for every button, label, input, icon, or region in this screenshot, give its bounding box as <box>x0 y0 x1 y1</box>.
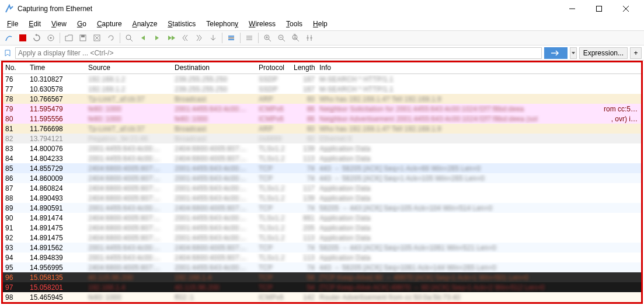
packet-row[interactable]: 7810.766567Tp-LinkT_af:cb:37BroadcastARP… <box>3 94 641 104</box>
packet-row[interactable]: 8111.766698Tp-LinkT_af:cb:37BroadcastARP… <box>3 124 641 134</box>
packet-row[interactable]: 8213.794121Pegatron_9e:21:46Broadcast0x8… <box>3 134 641 143</box>
go-back-icon[interactable] <box>137 31 149 44</box>
stop-capture-icon[interactable] <box>16 31 29 44</box>
column-time[interactable]: Time <box>27 62 86 73</box>
svg-rect-16 <box>228 39 234 40</box>
zoom-out-icon[interactable] <box>275 31 288 44</box>
packet-row[interactable]: 9114.8914752404:6800:4005:807:...2001:44… <box>3 223 641 233</box>
close-file-icon[interactable] <box>90 31 103 44</box>
open-file-icon[interactable] <box>62 31 75 44</box>
svg-line-29 <box>297 39 299 41</box>
go-forward-icon[interactable] <box>151 31 163 44</box>
packet-list-header: No. Time Source Destination Protocol Len… <box>3 62 641 74</box>
svg-rect-14 <box>228 36 234 37</box>
column-destination[interactable]: Destination <box>172 62 256 73</box>
packet-row[interactable]: 9214.8914752404:6800:4005:807:...2001:44… <box>3 233 641 243</box>
toolbar: 1 <box>0 30 644 45</box>
packet-row[interactable]: 8514.8557292404:6800:4005:807:...2001:44… <box>3 163 641 173</box>
svg-point-12 <box>126 35 131 40</box>
packet-row[interactable]: 9014.8914742404:6800:4005:807:...2001:44… <box>3 213 641 223</box>
packet-list-icon[interactable] <box>243 31 256 44</box>
svg-line-26 <box>283 39 285 41</box>
packet-row[interactable]: 8914.8905912001:4455:643:4c00:...2404:68… <box>3 203 641 213</box>
packet-row[interactable]: 9715.058201192.168.1.440.115.96.200TCP54… <box>3 282 641 292</box>
packet-row[interactable]: 9615.05813540.115.96.200192.168.1.4TCP56… <box>3 272 641 282</box>
menu-tools[interactable]: Tools <box>281 19 307 29</box>
display-filter-input[interactable] <box>15 47 542 59</box>
svg-rect-4 <box>19 34 26 41</box>
window-title: Capturing from Ethernet <box>18 5 559 13</box>
go-first-icon[interactable] <box>179 31 192 44</box>
packet-row[interactable]: 8011.595556fe80::1000fe80::1000ICMPv686N… <box>3 114 641 124</box>
packet-list-pane: No. Time Source Destination Protocol Len… <box>1 61 643 304</box>
find-packet-icon[interactable] <box>123 31 135 44</box>
menu-capture[interactable]: Capture <box>92 19 127 29</box>
svg-line-23 <box>269 39 271 41</box>
svg-rect-1 <box>597 6 602 12</box>
toolbar-separator <box>258 33 259 43</box>
menu-analyze[interactable]: Analyze <box>128 19 162 29</box>
packet-row[interactable]: 8714.8608242404:6800:4005:807:...2001:44… <box>3 183 641 193</box>
auto-scroll-icon[interactable] <box>207 31 220 44</box>
menu-edit[interactable]: Edit <box>24 19 46 29</box>
capture-options-icon[interactable] <box>44 31 57 44</box>
apply-filter-button[interactable] <box>544 47 568 59</box>
svg-line-13 <box>130 39 133 41</box>
packet-row[interactable]: 7911.595479fe80::10002001:4455:643:4c00:… <box>3 104 641 114</box>
column-no[interactable]: No. <box>3 62 27 73</box>
menu-view[interactable]: View <box>47 19 71 29</box>
resize-columns-icon[interactable] <box>303 31 316 44</box>
svg-rect-8 <box>81 35 85 37</box>
zoom-in-icon[interactable] <box>261 31 274 44</box>
packet-row[interactable]: 9314.8915622001:4455:643:4c00:...2404:68… <box>3 243 641 253</box>
packet-list[interactable]: 7610.310827192.168.1.2239.255.255.250SSD… <box>3 74 641 302</box>
go-last-icon[interactable] <box>193 31 206 44</box>
svg-text:1: 1 <box>293 34 297 40</box>
packet-row[interactable]: 7710.630578192.168.1.2239.255.255.250SSD… <box>3 84 641 94</box>
add-filter-button[interactable]: + <box>630 47 642 59</box>
column-length[interactable]: Length <box>291 62 317 73</box>
toolbar-separator <box>120 33 120 43</box>
maximize-button[interactable] <box>586 0 612 17</box>
packet-row[interactable]: 8314.8000762001:4455:643:4c00:...2404:68… <box>3 143 641 153</box>
menu-wireless[interactable]: Wireless <box>244 19 280 29</box>
titlebar: Capturing from Ethernet <box>0 0 644 17</box>
packet-row[interactable]: 9815.465945fe80::1000ff02::1ICMPv6142Rou… <box>3 292 641 302</box>
svg-point-6 <box>50 37 52 39</box>
filter-bar: Expression... + <box>0 45 644 61</box>
menu-file[interactable]: File <box>2 19 23 29</box>
packet-row[interactable]: 7610.310827192.168.1.2239.255.255.250SSD… <box>3 74 641 84</box>
menu-statistics[interactable]: Statistics <box>163 19 200 29</box>
menubar: File Edit View Go Capture Analyze Statis… <box>0 17 644 30</box>
app-icon <box>5 4 14 13</box>
packet-row[interactable]: 8814.8904932404:6800:4005:807:...2001:44… <box>3 193 641 203</box>
packet-row[interactable]: 9514.9569952404:6800:4005:807:...2001:44… <box>3 262 641 272</box>
toolbar-separator <box>240 33 241 43</box>
filter-history-dropdown[interactable] <box>570 47 577 59</box>
minimize-button[interactable] <box>559 0 586 17</box>
column-info[interactable]: Info <box>317 62 641 73</box>
column-source[interactable]: Source <box>86 62 172 73</box>
close-button[interactable] <box>612 0 639 17</box>
toolbar-separator <box>60 33 60 43</box>
reload-file-icon[interactable] <box>105 31 117 44</box>
menu-help[interactable]: Help <box>308 19 332 29</box>
start-capture-icon[interactable] <box>2 31 15 44</box>
colorize-icon[interactable] <box>225 31 238 44</box>
menu-telephony[interactable]: Telephony <box>201 19 243 29</box>
packet-row[interactable]: 9414.8948392001:4455:643:4c00:...2404:68… <box>3 253 641 262</box>
goto-packet-icon[interactable] <box>165 31 177 44</box>
menu-go[interactable]: Go <box>72 19 91 29</box>
expression-button[interactable]: Expression... <box>579 47 628 59</box>
toolbar-separator <box>222 33 222 43</box>
restart-capture-icon[interactable] <box>30 31 43 44</box>
bookmark-filter-icon[interactable] <box>2 48 13 58</box>
svg-rect-15 <box>228 37 234 38</box>
save-file-icon[interactable] <box>76 31 89 44</box>
packet-row[interactable]: 8614.8600092404:6800:4005:807:...2001:44… <box>3 173 641 183</box>
packet-row[interactable]: 8414.8042332001:4455:643:4c00:...2404:68… <box>3 153 641 163</box>
zoom-reset-icon[interactable]: 1 <box>289 31 302 44</box>
column-protocol[interactable]: Protocol <box>256 62 291 73</box>
